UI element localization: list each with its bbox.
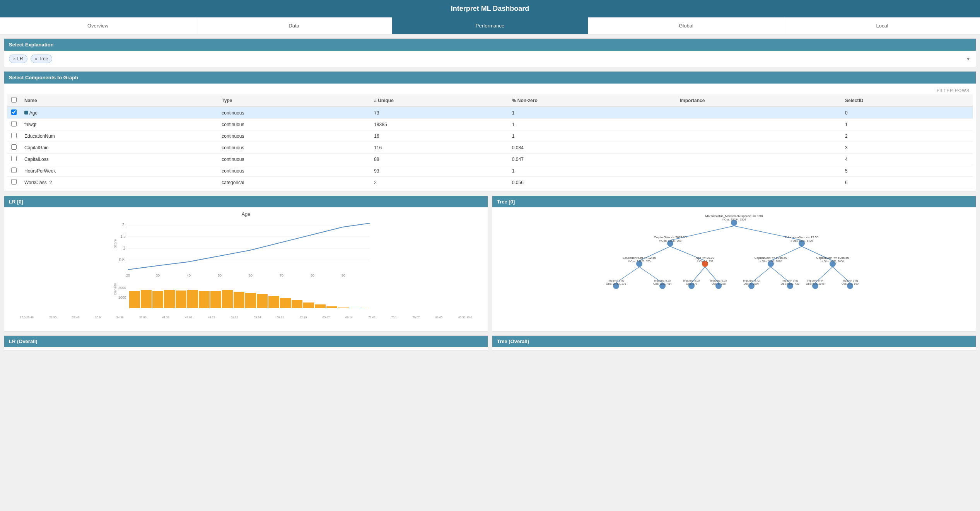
tag-lr-x[interactable]: × [13, 56, 15, 61]
svg-text:Impurity: 0.01: Impurity: 0.01 [842, 279, 859, 282]
tree-chart: MaritalStatus_Married-civ-spouse <= 0.50… [496, 211, 972, 331]
cell-nonzero: 0.056 [508, 177, 676, 188]
svg-text:CapitalGain <= 7073.50: CapitalGain <= 7073.50 [654, 236, 687, 239]
svg-text:70: 70 [280, 273, 283, 277]
cell-selectid: 3 [841, 142, 973, 154]
cell-importance [676, 119, 841, 130]
cell-unique: 93 [370, 165, 508, 177]
table-row[interactable]: WorkClass_? categorical 2 0.056 6 [7, 177, 973, 188]
select-explanation-body: × LR × Tree ▾ [4, 51, 976, 67]
cell-unique: 2 [370, 177, 508, 188]
tab-overview[interactable]: Overview [0, 17, 196, 34]
tab-data[interactable]: Data [196, 17, 392, 34]
col-nonzero[interactable]: % Non-zero [508, 94, 676, 107]
table-row[interactable]: Age continuous 73 1 0 [7, 107, 973, 119]
cell-name: Age [20, 107, 218, 119]
table-row[interactable]: fnlwgt continuous 18385 1 1 [7, 119, 973, 130]
tag-lr[interactable]: × LR [9, 55, 27, 63]
row-checkbox-5[interactable] [11, 167, 17, 173]
cell-selectid: 0 [841, 107, 973, 119]
svg-text:Impurity: 0.00: Impurity: 0.00 [683, 279, 700, 282]
svg-text:Density: Density [113, 283, 117, 295]
row-checkbox-2[interactable] [11, 133, 17, 138]
cell-selectid: 5 [841, 165, 973, 177]
cell-unique: 116 [370, 142, 508, 154]
svg-text:CapitalGain <= 5055.50: CapitalGain <= 5055.50 [755, 256, 787, 260]
components-table: Name Type # Unique % Non-zero Importance… [7, 94, 973, 188]
chart-panels: LR [0] Age 2 1.5 1 0.5 20 30 40 [4, 196, 976, 332]
svg-rect-33 [280, 298, 291, 308]
page-header: Interpret ML Dashboard [0, 0, 980, 17]
filter-rows-button[interactable]: FILTER ROWS [7, 87, 973, 94]
svg-text:CapitalGain <= 5095.50: CapitalGain <= 5095.50 [816, 256, 849, 260]
svg-rect-37 [326, 306, 337, 308]
cell-nonzero: 1 [508, 165, 676, 177]
cell-importance [676, 142, 841, 154]
svg-text:1000: 1000 [118, 296, 126, 299]
cell-importance [676, 165, 841, 177]
svg-text:Obs: 2361, 414: Obs: 2361, 414 [653, 282, 672, 285]
cell-importance [676, 130, 841, 142]
svg-rect-21 [141, 290, 152, 308]
svg-rect-28 [222, 290, 233, 308]
row-checkbox-4[interactable] [11, 156, 17, 161]
tree-panel: Tree [0] MaritalStatus_Married-civ-spous… [492, 196, 976, 332]
lr-line-chart: 2 1.5 1 0.5 20 30 40 50 60 70 80 90 [8, 219, 484, 281]
svg-text:1: 1 [123, 246, 125, 250]
row-checkbox-1[interactable] [11, 121, 17, 126]
tab-performance[interactable]: Performance [392, 17, 588, 34]
svg-rect-36 [315, 304, 326, 308]
svg-text:Age <= 20.00: Age <= 20.00 [696, 256, 715, 260]
svg-text:# Obs: 19694, 6354: # Obs: 19694, 6354 [722, 218, 746, 221]
col-type[interactable]: Type [218, 94, 370, 107]
components-header: Select Components to Graph [4, 72, 976, 84]
cell-unique: 73 [370, 107, 508, 119]
lr-chart-title: Age [8, 211, 484, 217]
lr-panel-header: LR [0] [4, 196, 488, 207]
svg-text:Impurity: 0.05: Impurity: 0.05 [710, 279, 727, 282]
col-importance[interactable]: Importance [676, 94, 841, 107]
col-name[interactable]: Name [20, 94, 218, 107]
explanation-dropdown-arrow[interactable]: ▾ [967, 56, 970, 62]
tree-panel-body: MaritalStatus_Married-civ-spouse <= 0.50… [492, 207, 976, 331]
tree-overall-panel: Tree (Overall) [492, 335, 976, 351]
table-row[interactable]: EducationNum continuous 16 1 2 [7, 130, 973, 142]
tab-global[interactable]: Global [588, 17, 784, 34]
svg-text:# Obs: 13137, 908: # Obs: 13137, 908 [659, 239, 681, 242]
svg-rect-24 [176, 291, 186, 308]
select-explanation-header: Select Explanation [4, 39, 976, 51]
svg-text:Impurity: 0.42: Impurity: 0.42 [743, 279, 760, 282]
table-row[interactable]: HoursPerWeek continuous 93 1 5 [7, 165, 973, 177]
col-selectid[interactable]: SelectID [841, 94, 973, 107]
tag-tree[interactable]: × Tree [31, 55, 53, 63]
table-row[interactable]: CapitalGain continuous 116 0.084 3 [7, 142, 973, 154]
svg-text:Obs: 10767, 276: Obs: 10767, 276 [606, 282, 626, 285]
svg-text:2: 2 [122, 223, 125, 227]
svg-text:EducationNum <= 12.50: EducationNum <= 12.50 [785, 236, 819, 239]
svg-text:0.5: 0.5 [119, 258, 125, 262]
svg-rect-27 [210, 291, 221, 308]
cell-name: CapitalLoss [20, 154, 218, 165]
row-checkbox-3[interactable] [11, 144, 17, 150]
svg-text:Obs: 073, 560: Obs: 073, 560 [842, 282, 859, 285]
svg-rect-25 [187, 290, 198, 308]
svg-text:Impurity: 0.25: Impurity: 0.25 [654, 279, 671, 282]
table-row[interactable]: CapitalLoss continuous 88 0.047 4 [7, 154, 973, 165]
row-checkbox-6[interactable] [11, 179, 17, 185]
svg-rect-22 [152, 291, 163, 308]
svg-text:Obs: 6557, 423: Obs: 6557, 423 [781, 282, 799, 285]
cell-nonzero: 0.084 [508, 142, 676, 154]
row-checkbox-0[interactable] [11, 109, 17, 115]
svg-rect-32 [268, 296, 279, 308]
cell-unique: 88 [370, 154, 508, 165]
svg-rect-30 [245, 293, 256, 308]
tag-tree-x[interactable]: × [35, 56, 37, 61]
bottom-section-panels: LR (Overall) Tree (Overall) [4, 335, 976, 351]
select-all-checkbox[interactable] [11, 97, 17, 103]
tree-panel-header: Tree [0] [492, 196, 976, 207]
cell-type: continuous [218, 107, 370, 119]
col-unique[interactable]: # Unique [370, 94, 508, 107]
tab-local[interactable]: Local [784, 17, 980, 34]
cell-name: EducationNum [20, 130, 218, 142]
select-explanation-section: Select Explanation × LR × Tree ▾ [4, 38, 976, 67]
